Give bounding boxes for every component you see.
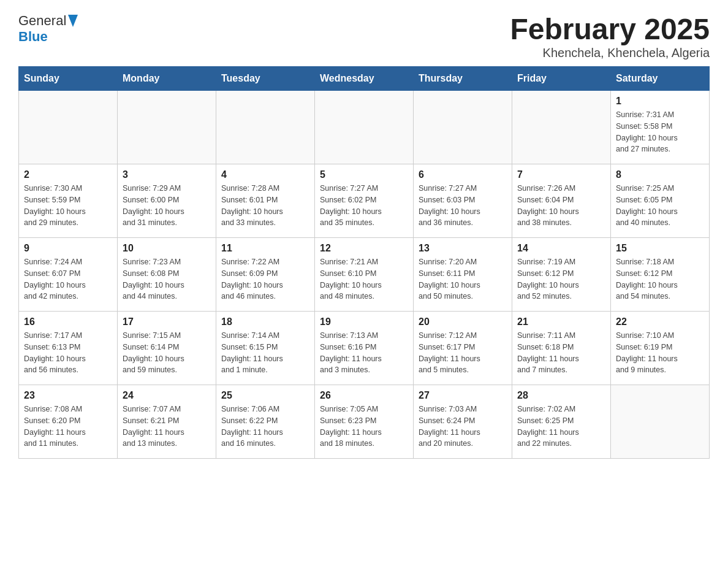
calendar-row-4: 16Sunrise: 7:17 AMSunset: 6:13 PMDayligh… — [19, 312, 710, 385]
day-info: Sunrise: 7:17 AMSunset: 6:13 PMDaylight:… — [24, 330, 112, 376]
day-number: 10 — [123, 243, 211, 254]
calendar-cell — [118, 91, 216, 164]
day-number: 2 — [24, 169, 112, 180]
day-number: 26 — [320, 390, 408, 401]
page-title: February 2025 — [510, 12, 710, 46]
calendar-cell: 19Sunrise: 7:13 AMSunset: 6:16 PMDayligh… — [315, 312, 414, 385]
calendar-table: Sunday Monday Tuesday Wednesday Thursday… — [18, 66, 710, 459]
day-number: 24 — [123, 390, 211, 401]
calendar-cell: 24Sunrise: 7:07 AMSunset: 6:21 PMDayligh… — [118, 385, 216, 459]
header-saturday: Saturday — [611, 67, 710, 91]
day-info: Sunrise: 7:23 AMSunset: 6:08 PMDaylight:… — [123, 256, 211, 302]
calendar-cell: 10Sunrise: 7:23 AMSunset: 6:08 PMDayligh… — [118, 238, 216, 312]
calendar-row-1: 1Sunrise: 7:31 AMSunset: 5:58 PMDaylight… — [19, 91, 710, 164]
calendar-cell: 2Sunrise: 7:30 AMSunset: 5:59 PMDaylight… — [19, 164, 118, 238]
calendar-cell: 9Sunrise: 7:24 AMSunset: 6:07 PMDaylight… — [19, 238, 118, 312]
day-info: Sunrise: 7:28 AMSunset: 6:01 PMDaylight:… — [221, 183, 309, 229]
day-info: Sunrise: 7:20 AMSunset: 6:11 PMDaylight:… — [419, 256, 507, 302]
calendar-cell: 17Sunrise: 7:15 AMSunset: 6:14 PMDayligh… — [118, 312, 216, 385]
calendar-cell: 3Sunrise: 7:29 AMSunset: 6:00 PMDaylight… — [118, 164, 216, 238]
calendar-cell: 7Sunrise: 7:26 AMSunset: 6:04 PMDaylight… — [512, 164, 611, 238]
day-number: 27 — [419, 390, 507, 401]
day-number: 22 — [616, 316, 704, 327]
logo: General Blue — [18, 12, 78, 44]
calendar-row-3: 9Sunrise: 7:24 AMSunset: 6:07 PMDaylight… — [19, 238, 710, 312]
calendar-cell: 20Sunrise: 7:12 AMSunset: 6:17 PMDayligh… — [414, 312, 512, 385]
day-number: 20 — [419, 316, 507, 327]
day-info: Sunrise: 7:18 AMSunset: 6:12 PMDaylight:… — [616, 256, 704, 302]
day-info: Sunrise: 7:07 AMSunset: 6:21 PMDaylight:… — [123, 404, 211, 450]
day-number: 1 — [616, 96, 704, 107]
day-info: Sunrise: 7:24 AMSunset: 6:07 PMDaylight:… — [24, 256, 112, 302]
day-info: Sunrise: 7:27 AMSunset: 6:02 PMDaylight:… — [320, 183, 408, 229]
day-info: Sunrise: 7:14 AMSunset: 6:15 PMDaylight:… — [221, 330, 309, 376]
day-number: 11 — [221, 243, 309, 254]
day-info: Sunrise: 7:06 AMSunset: 6:22 PMDaylight:… — [221, 404, 309, 450]
day-info: Sunrise: 7:29 AMSunset: 6:00 PMDaylight:… — [123, 183, 211, 229]
day-number: 18 — [221, 316, 309, 327]
calendar-cell: 1Sunrise: 7:31 AMSunset: 5:58 PMDaylight… — [611, 91, 710, 164]
day-number: 12 — [320, 243, 408, 254]
day-info: Sunrise: 7:30 AMSunset: 5:59 PMDaylight:… — [24, 183, 112, 229]
calendar-cell: 15Sunrise: 7:18 AMSunset: 6:12 PMDayligh… — [611, 238, 710, 312]
page-header: General Blue February 2025 Khenchela, Kh… — [18, 12, 710, 60]
header-friday: Friday — [512, 67, 611, 91]
day-number: 8 — [616, 169, 704, 180]
title-block: February 2025 Khenchela, Khenchela, Alge… — [510, 12, 710, 60]
day-number: 28 — [517, 390, 605, 401]
day-info: Sunrise: 7:19 AMSunset: 6:12 PMDaylight:… — [517, 256, 605, 302]
day-info: Sunrise: 7:27 AMSunset: 6:03 PMDaylight:… — [419, 183, 507, 229]
day-number: 9 — [24, 243, 112, 254]
calendar-header-row: Sunday Monday Tuesday Wednesday Thursday… — [19, 67, 710, 91]
day-info: Sunrise: 7:10 AMSunset: 6:19 PMDaylight:… — [616, 330, 704, 376]
day-number: 4 — [221, 169, 309, 180]
calendar-cell: 6Sunrise: 7:27 AMSunset: 6:03 PMDaylight… — [414, 164, 512, 238]
day-number: 3 — [123, 169, 211, 180]
day-info: Sunrise: 7:31 AMSunset: 5:58 PMDaylight:… — [616, 109, 704, 155]
logo-arrow-icon — [68, 15, 78, 27]
calendar-cell: 13Sunrise: 7:20 AMSunset: 6:11 PMDayligh… — [414, 238, 512, 312]
calendar-cell: 25Sunrise: 7:06 AMSunset: 6:22 PMDayligh… — [216, 385, 315, 459]
day-number: 14 — [517, 243, 605, 254]
header-tuesday: Tuesday — [216, 67, 315, 91]
day-number: 13 — [419, 243, 507, 254]
day-info: Sunrise: 7:25 AMSunset: 6:05 PMDaylight:… — [616, 183, 704, 229]
header-monday: Monday — [118, 67, 216, 91]
day-info: Sunrise: 7:13 AMSunset: 6:16 PMDaylight:… — [320, 330, 408, 376]
calendar-cell: 12Sunrise: 7:21 AMSunset: 6:10 PMDayligh… — [315, 238, 414, 312]
day-info: Sunrise: 7:12 AMSunset: 6:17 PMDaylight:… — [419, 330, 507, 376]
header-wednesday: Wednesday — [315, 67, 414, 91]
calendar-cell — [414, 91, 512, 164]
day-number: 17 — [123, 316, 211, 327]
header-sunday: Sunday — [19, 67, 118, 91]
calendar-cell: 28Sunrise: 7:02 AMSunset: 6:25 PMDayligh… — [512, 385, 611, 459]
day-info: Sunrise: 7:08 AMSunset: 6:20 PMDaylight:… — [24, 404, 112, 450]
day-info: Sunrise: 7:05 AMSunset: 6:23 PMDaylight:… — [320, 404, 408, 450]
day-number: 25 — [221, 390, 309, 401]
calendar-cell: 5Sunrise: 7:27 AMSunset: 6:02 PMDaylight… — [315, 164, 414, 238]
calendar-cell — [216, 91, 315, 164]
page-subtitle: Khenchela, Khenchela, Algeria — [510, 46, 710, 60]
calendar-cell — [315, 91, 414, 164]
calendar-cell: 11Sunrise: 7:22 AMSunset: 6:09 PMDayligh… — [216, 238, 315, 312]
calendar-cell — [512, 91, 611, 164]
calendar-cell — [611, 385, 710, 459]
logo-general: General — [18, 13, 66, 28]
day-number: 16 — [24, 316, 112, 327]
calendar-cell: 23Sunrise: 7:08 AMSunset: 6:20 PMDayligh… — [19, 385, 118, 459]
calendar-cell: 18Sunrise: 7:14 AMSunset: 6:15 PMDayligh… — [216, 312, 315, 385]
calendar-cell: 27Sunrise: 7:03 AMSunset: 6:24 PMDayligh… — [414, 385, 512, 459]
day-number: 15 — [616, 243, 704, 254]
day-info: Sunrise: 7:22 AMSunset: 6:09 PMDaylight:… — [221, 256, 309, 302]
day-info: Sunrise: 7:11 AMSunset: 6:18 PMDaylight:… — [517, 330, 605, 376]
day-info: Sunrise: 7:21 AMSunset: 6:10 PMDaylight:… — [320, 256, 408, 302]
day-info: Sunrise: 7:03 AMSunset: 6:24 PMDaylight:… — [419, 404, 507, 450]
day-number: 7 — [517, 169, 605, 180]
svg-marker-0 — [68, 15, 78, 27]
calendar-cell: 14Sunrise: 7:19 AMSunset: 6:12 PMDayligh… — [512, 238, 611, 312]
calendar-cell: 16Sunrise: 7:17 AMSunset: 6:13 PMDayligh… — [19, 312, 118, 385]
calendar-row-5: 23Sunrise: 7:08 AMSunset: 6:20 PMDayligh… — [19, 385, 710, 459]
day-info: Sunrise: 7:02 AMSunset: 6:25 PMDaylight:… — [517, 404, 605, 450]
header-thursday: Thursday — [414, 67, 512, 91]
day-info: Sunrise: 7:15 AMSunset: 6:14 PMDaylight:… — [123, 330, 211, 376]
